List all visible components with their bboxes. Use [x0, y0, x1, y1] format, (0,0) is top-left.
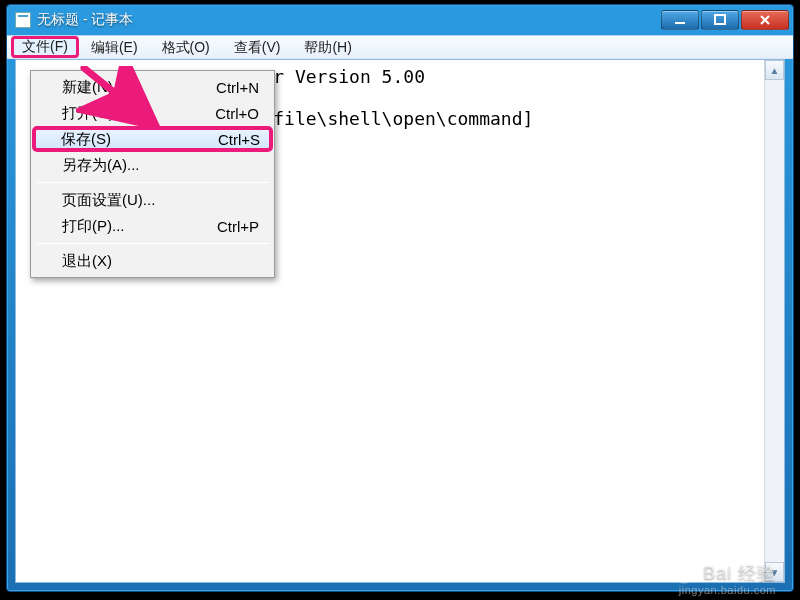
menu-item-print-shortcut: Ctrl+P [217, 218, 259, 235]
minimize-icon [674, 14, 686, 26]
menu-file[interactable]: 文件(F) [11, 36, 79, 58]
menu-edit-label: 编辑(E) [91, 39, 138, 57]
menu-format-label: 格式(O) [162, 39, 210, 57]
svg-rect-1 [715, 15, 725, 24]
menu-item-pagesetup-label: 页面设置(U)... [62, 191, 155, 210]
menu-item-saveas[interactable]: 另存为(A)... [34, 152, 271, 178]
menu-separator [36, 243, 269, 244]
menu-item-open-shortcut: Ctrl+O [215, 105, 259, 122]
menu-item-save[interactable]: 保存(S) Ctrl+S [32, 126, 273, 152]
menu-help[interactable]: 帮助(H) [292, 36, 363, 58]
menu-item-saveas-label: 另存为(A)... [62, 156, 140, 175]
menu-item-open[interactable]: 打开(O)... Ctrl+O [34, 100, 271, 126]
menu-item-save-shortcut: Ctrl+S [218, 131, 260, 148]
minimize-button[interactable] [661, 10, 699, 30]
close-button[interactable] [741, 10, 789, 30]
menu-item-open-label: 打开(O)... [62, 104, 126, 123]
menu-item-exit[interactable]: 退出(X) [34, 248, 271, 274]
menu-format[interactable]: 格式(O) [150, 36, 222, 58]
menu-separator [36, 182, 269, 183]
close-icon [759, 14, 771, 26]
menu-view[interactable]: 查看(V) [222, 36, 293, 58]
menu-item-pagesetup[interactable]: 页面设置(U)... [34, 187, 271, 213]
menu-edit[interactable]: 编辑(E) [79, 36, 150, 58]
menu-help-label: 帮助(H) [304, 39, 351, 57]
window-controls [661, 10, 789, 30]
file-menu-dropdown: 新建(N) Ctrl+N 打开(O)... Ctrl+O 保存(S) Ctrl+… [30, 70, 275, 278]
notepad-icon [15, 12, 31, 28]
svg-rect-0 [675, 22, 685, 24]
window-title: 无标题 - 记事本 [37, 11, 133, 29]
menu-item-new[interactable]: 新建(N) Ctrl+N [34, 74, 271, 100]
menu-item-new-label: 新建(N) [62, 78, 113, 97]
menu-item-print-label: 打印(P)... [62, 217, 125, 236]
menu-item-exit-label: 退出(X) [62, 252, 112, 271]
menu-item-print[interactable]: 打印(P)... Ctrl+P [34, 213, 271, 239]
scrollbar-vertical[interactable]: ▲ ▼ [764, 60, 784, 582]
menubar: 文件(F) 编辑(E) 格式(O) 查看(V) 帮助(H) [7, 35, 793, 59]
menu-view-label: 查看(V) [234, 39, 281, 57]
menu-item-new-shortcut: Ctrl+N [216, 79, 259, 96]
scroll-down-button[interactable]: ▼ [765, 562, 784, 582]
content-line2: file\shell\open\command] [273, 108, 533, 129]
content-line1: r Version 5.00 [273, 66, 425, 87]
menu-item-save-label: 保存(S) [61, 130, 111, 149]
maximize-button[interactable] [701, 10, 739, 30]
titlebar[interactable]: 无标题 - 记事本 [7, 5, 793, 35]
scroll-up-button[interactable]: ▲ [765, 60, 784, 80]
menu-file-label: 文件(F) [22, 38, 68, 56]
maximize-icon [714, 14, 726, 26]
